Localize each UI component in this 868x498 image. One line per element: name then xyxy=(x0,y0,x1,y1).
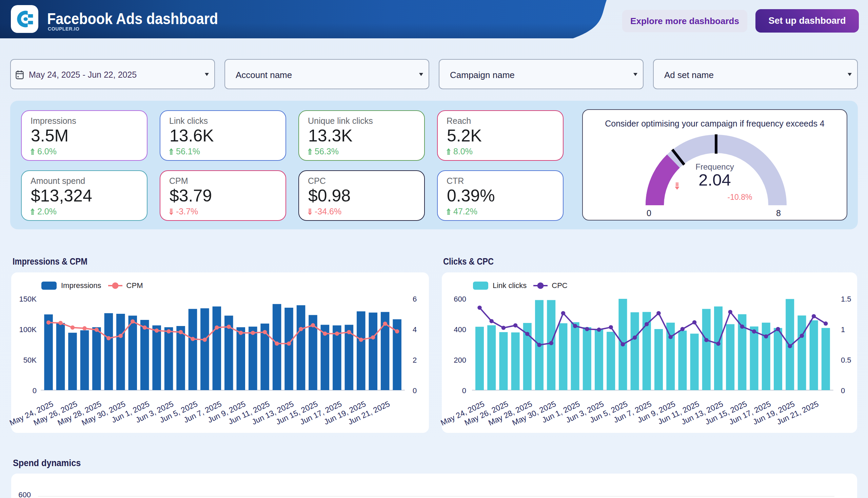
svg-text:600: 600 xyxy=(454,295,466,303)
svg-text:200: 200 xyxy=(454,356,466,364)
svg-text:0: 0 xyxy=(413,386,417,395)
svg-text:0: 0 xyxy=(32,386,37,395)
svg-text:4: 4 xyxy=(413,325,417,334)
svg-text:400: 400 xyxy=(454,325,466,334)
svg-text:1.5: 1.5 xyxy=(841,295,851,303)
svg-text:150K: 150K xyxy=(19,295,37,303)
svg-text:1: 1 xyxy=(841,325,845,334)
svg-text:100K: 100K xyxy=(19,325,37,334)
svg-text:0: 0 xyxy=(841,386,845,395)
svg-text:0.5: 0.5 xyxy=(841,356,851,364)
svg-text:2: 2 xyxy=(413,356,417,364)
svg-text:6: 6 xyxy=(413,295,417,303)
svg-text:50K: 50K xyxy=(23,356,37,364)
svg-text:0: 0 xyxy=(462,386,466,395)
